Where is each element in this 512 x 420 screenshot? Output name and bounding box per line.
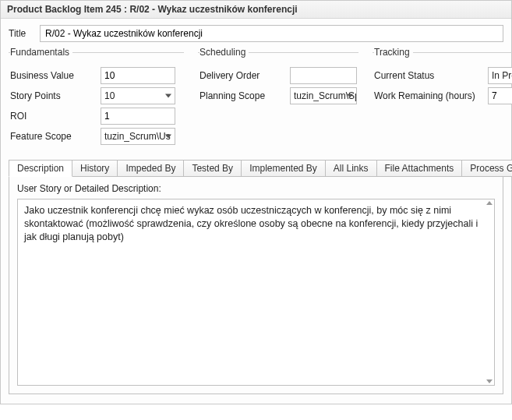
tab-description[interactable]: Description (9, 160, 72, 177)
tab-impeded-by[interactable]: Impeded By (117, 160, 184, 177)
title-input[interactable] (40, 25, 503, 42)
tracking-legend: Tracking (374, 47, 413, 58)
description-textarea[interactable]: Jako uczestnik konferencji chcę mieć wyk… (17, 199, 495, 386)
title-label: Title (9, 28, 32, 39)
tab-history[interactable]: History (72, 160, 118, 177)
description-label: User Story or Detailed Description: (17, 183, 495, 194)
chevron-down-icon (165, 135, 171, 139)
roi-label: ROI (10, 111, 96, 122)
roi-input[interactable] (101, 108, 175, 125)
chevron-down-icon (165, 94, 171, 98)
chevron-down-icon (347, 94, 353, 98)
work-remaining-input[interactable] (488, 87, 512, 104)
window-title: Product Backlog Item 245 : R/02 - Wykaz … (1, 1, 511, 19)
backlog-item-window: Product Backlog Item 245 : R/02 - Wykaz … (0, 0, 512, 404)
tab-all-links[interactable]: All Links (325, 160, 377, 177)
work-remaining-label: Work Remaining (hours) (374, 90, 483, 101)
scroll-up-icon[interactable] (486, 201, 493, 205)
delivery-order-input[interactable] (290, 67, 357, 84)
scheduling-group: Scheduling Delivery Order Planning Scope… (198, 47, 358, 151)
planning-scope-label: Planning Scope (200, 90, 285, 101)
tab-tested-by[interactable]: Tested By (183, 160, 242, 177)
tab-process-guidance[interactable]: Process Guidance (461, 160, 512, 177)
description-text: Jako uczestnik konferencji chcę mieć wyk… (24, 205, 478, 242)
tracking-group: Tracking Current Status In Pro Work Rema… (373, 47, 512, 151)
business-value-label: Business Value (10, 70, 96, 81)
scheduling-legend: Scheduling (200, 47, 249, 58)
tab-strip: Description History Impeded By Tested By… (9, 159, 503, 177)
tab-file-attachments[interactable]: File Attachments (376, 160, 463, 177)
story-points-label: Story Points (10, 90, 96, 101)
story-points-select[interactable]: 10 (101, 87, 175, 104)
fundamentals-group: Fundamentals Business Value Story Points… (9, 47, 184, 151)
tabs: Description History Impeded By Tested By… (9, 159, 503, 394)
current-status-value: In Pro (492, 70, 512, 81)
business-value-input[interactable] (101, 67, 175, 84)
current-status-label: Current Status (374, 70, 483, 81)
feature-scope-value: tuzin_Scrum\Us (104, 131, 171, 142)
current-status-select[interactable]: In Pro (488, 67, 512, 84)
feature-scope-label: Feature Scope (10, 131, 96, 142)
feature-scope-select[interactable]: tuzin_Scrum\Us (101, 128, 175, 145)
tab-body: User Story or Detailed Description: Jako… (9, 177, 503, 394)
delivery-order-label: Delivery Order (200, 70, 285, 81)
tab-implemented-by[interactable]: Implemented By (241, 160, 326, 177)
story-points-value: 10 (104, 90, 115, 101)
fundamentals-legend: Fundamentals (10, 47, 72, 58)
planning-scope-select[interactable]: tuzin_Scrum\Sp (290, 87, 357, 104)
scroll-down-icon[interactable] (486, 379, 493, 383)
